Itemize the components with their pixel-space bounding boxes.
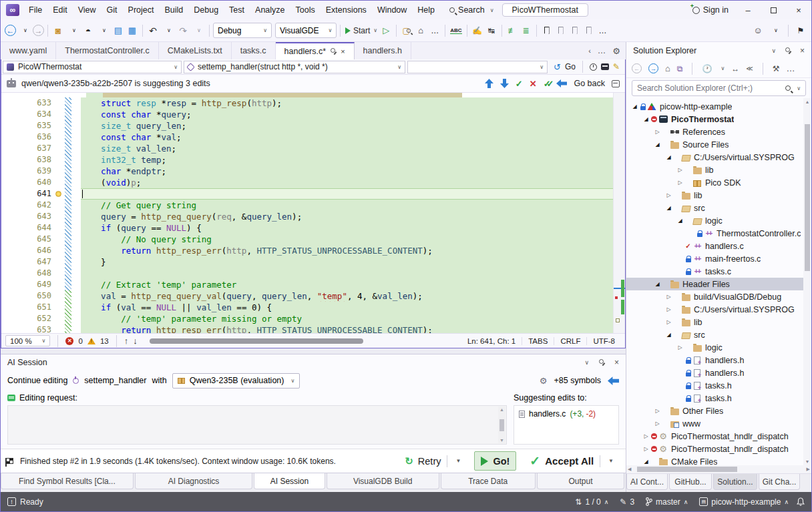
panel-chevron-down-icon[interactable]: ∨ <box>584 359 589 366</box>
side-tab-git-cha[interactable]: Git Cha... <box>759 474 800 490</box>
tree-expander-icon[interactable]: ◢ <box>653 281 662 287</box>
toggle-bookmark-icon[interactable] <box>540 23 554 39</box>
sign-in-button[interactable]: Sign in <box>692 5 729 15</box>
se-properties-wrench-icon[interactable]: ⚒ <box>773 64 780 73</box>
tab-pin-icon[interactable] <box>330 48 337 55</box>
solution-explorer-search-input[interactable]: Search Solution Explorer (Ctrl+;) ∨ <box>632 80 806 96</box>
project-dropdown[interactable]: PicoWThermostat ∨ <box>3 61 182 73</box>
breakpoint-margin[interactable] <box>1 234 28 245</box>
code-line-content[interactable]: if (query == NULL) { <box>81 222 613 234</box>
side-tab-github[interactable]: GitHub... <box>669 474 712 490</box>
history-clock-icon[interactable] <box>590 63 597 71</box>
code-line-content[interactable]: if (val == NULL || val_len == 0) { <box>81 302 613 313</box>
tree-item-c-users-virtual-sysprog[interactable]: ▷C:/Users/virtual.SYSPROG <box>626 303 811 316</box>
feedback-icon[interactable]: ⚑ <box>794 23 807 39</box>
tree-item-references[interactable]: ▷References <box>626 125 811 138</box>
code-line-645[interactable]: 645 // No query string <box>1 234 613 245</box>
tree-item-lib[interactable]: ▷lib <box>626 316 811 328</box>
redo-dropdown[interactable]: ∨ <box>192 23 206 39</box>
code-line-636[interactable]: 636 const char *val; <box>1 132 613 143</box>
errors-icon[interactable]: ✕ <box>65 337 73 345</box>
pending-edits[interactable]: ✎ 3 <box>616 497 638 507</box>
menu-item-debug[interactable]: Debug <box>188 3 224 17</box>
live-share-icon[interactable]: ☺ <box>751 23 765 39</box>
next-bookmark-icon[interactable] <box>568 23 582 39</box>
reject-edit-x-icon[interactable]: ✕ <box>530 79 537 89</box>
document-tab-cmakelists-txt[interactable]: CMakeLists.txt <box>159 42 232 59</box>
window-layout-icon[interactable] <box>612 80 620 87</box>
editing-request-input[interactable]: ▲▼ <box>7 405 507 445</box>
search-box[interactable]: Search ∨ <box>449 5 493 15</box>
tree-expander-icon[interactable]: ◢ <box>664 332 673 338</box>
bookmark-overflow-icon[interactable]: … <box>596 23 610 39</box>
code-line-content[interactable]: size_t query_len; <box>81 120 613 132</box>
tree-expander-icon[interactable]: ▷ <box>653 408 662 414</box>
indent-increase-icon[interactable]: ≣ <box>520 23 533 39</box>
code-line-content[interactable]: return http_resp_err(http, HTTP_STATUS_U… <box>81 245 613 256</box>
side-tab-ai-cont[interactable]: AI Cont... <box>626 474 668 490</box>
tree-expander-icon[interactable]: ▷ <box>653 129 662 135</box>
tree-item-tasks-h[interactable]: tasks.h <box>626 379 811 392</box>
code-line-653[interactable]: 653 return http_resp_err(http, HTTP_STAT… <box>1 324 613 333</box>
tree-item-picothermostat[interactable]: ◢PicoThermostat <box>626 113 811 125</box>
code-line-643[interactable]: 643 query = http_req_query(req, &query_l… <box>1 211 613 222</box>
tree-expander-icon[interactable]: ▷ <box>676 167 684 173</box>
undo-dropdown[interactable]: ∨ <box>162 23 176 39</box>
code-line-634[interactable]: 634 const char *query; <box>1 109 613 120</box>
tree-expander-icon[interactable]: ▷ <box>642 446 650 452</box>
bottom-tab-ai-diagnostics[interactable]: AI Diagnostics <box>135 473 252 489</box>
tree-expander-icon[interactable]: ◢ <box>664 205 673 211</box>
clear-bookmarks-icon[interactable] <box>582 23 596 39</box>
code-line-650[interactable]: 650 val = http_req_query_val(query, quer… <box>1 290 613 302</box>
tree-expander-icon[interactable]: ▷ <box>664 319 673 325</box>
code-line-content[interactable]: // Get query string <box>81 200 613 211</box>
accept-all-button[interactable]: ✓ Accept All ▼ <box>523 451 620 471</box>
accept-all-edits-icon[interactable]: ✓✓ <box>544 79 550 89</box>
code-line-637[interactable]: 637 size_t val_len; <box>1 143 613 154</box>
start-debug-button[interactable]: Start∨ <box>344 23 379 39</box>
next-issue-arrow-icon[interactable]: ↓ <box>133 336 138 346</box>
breakpoint-margin[interactable] <box>1 200 28 211</box>
tree-item-build-visualgdb-debug[interactable]: ▷build/VisualGDB/Debug <box>626 290 811 303</box>
retry-button[interactable]: ↻ Retry ▼ <box>398 451 467 471</box>
menu-item-view[interactable]: View <box>73 3 102 17</box>
toolset-dropdown[interactable]: VisualGDE∨ <box>275 23 337 38</box>
symbol-dropdown[interactable]: ∨ <box>407 61 548 73</box>
menu-item-analyze[interactable]: Analyze <box>250 3 290 17</box>
accept-all-dropdown-icon[interactable]: ▼ <box>608 458 614 464</box>
scrollbar-thumb[interactable] <box>150 338 363 344</box>
tree-item-thermostatcontroller-c[interactable]: ++ThermostatController.c <box>626 227 811 240</box>
tree-item-logic[interactable]: ▷logic <box>626 341 811 354</box>
code-line-652[interactable]: 652 // 'temp' parameter missing or empty <box>1 313 613 324</box>
tree-item-c-users-virtual-sysprog[interactable]: ◢C:/Users/virtual.SYSPROG <box>626 151 811 164</box>
indentation-mode[interactable]: TABS <box>522 337 554 345</box>
find-in-files-icon[interactable]: ▢ <box>400 23 413 39</box>
format-document-icon[interactable]: ↹ <box>485 23 498 39</box>
code-line-646[interactable]: 646 return http_resp_err(http, HTTP_STAT… <box>1 245 613 256</box>
code-line-content[interactable]: // Extract 'temp' parameter <box>81 279 613 290</box>
code-line-content[interactable]: query = http_req_query(req, &query_len); <box>81 211 613 222</box>
tree-item-www[interactable]: ▷www <box>626 417 811 430</box>
minimize-button[interactable]: – <box>735 1 761 19</box>
tree-item-other-files[interactable]: ▷Other Files <box>626 405 811 417</box>
code-line-content[interactable]: } <box>81 256 613 268</box>
se-switch-views-icon[interactable]: ⧉ <box>677 64 683 73</box>
breakpoint-margin[interactable] <box>1 120 28 132</box>
breakpoint-margin[interactable] <box>1 324 28 333</box>
accept-edit-check-icon[interactable]: ✓ <box>516 79 523 89</box>
breakpoint-margin[interactable] <box>1 313 28 324</box>
side-tab-solution[interactable]: Solution... <box>713 474 757 490</box>
new-project-dropdown[interactable]: ∨ <box>67 23 81 39</box>
panel-pin-icon[interactable] <box>598 359 605 366</box>
add-item-dropdown[interactable]: ∨ <box>97 23 111 39</box>
editor-vertical-scrollbar[interactable] <box>613 93 625 333</box>
breakpoint-margin[interactable] <box>1 268 28 279</box>
breakpoint-margin[interactable] <box>1 302 28 313</box>
code-line-content[interactable] <box>81 268 613 279</box>
code-line-642[interactable]: 642 // Get query string <box>1 200 613 211</box>
previous-issue-arrow-icon[interactable]: ↑ <box>124 336 129 346</box>
code-line-content[interactable]: struct resp *resp = http_resp(http); <box>81 97 613 109</box>
tree-item-header-files[interactable]: ◢Header Files <box>626 278 811 290</box>
repo-selector[interactable]: ▤ picow-http-example ∧ <box>696 497 792 507</box>
tree-expander-icon[interactable]: ◢ <box>653 142 662 148</box>
